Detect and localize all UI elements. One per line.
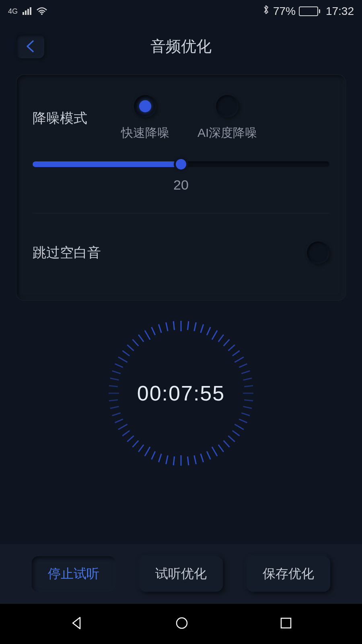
dial-tick — [193, 322, 197, 331]
nav-back-icon[interactable] — [70, 616, 84, 632]
dial-tick — [122, 430, 130, 436]
dial-tick — [127, 344, 134, 351]
noise-slider-section: 20 — [33, 161, 329, 193]
skip-silence-row: 跳过空白音 — [33, 213, 329, 276]
timer-section: 00:07:55 — [0, 321, 362, 466]
dial-tick — [138, 444, 144, 452]
radio-circle-fast — [134, 95, 156, 118]
dial-tick — [127, 436, 134, 442]
dial-tick — [151, 451, 156, 460]
nav-recent-icon[interactable] — [280, 617, 292, 631]
slider-fill — [33, 161, 181, 167]
settings-panel: 降噪模式 快速降噪 AI深度降噪 20 — [16, 74, 346, 301]
dial-tick — [243, 393, 253, 394]
preview-optimize-button[interactable]: 试听优化 — [139, 556, 223, 592]
status-right: 77% 17:32 — [263, 4, 354, 18]
noise-reduction-section: 降噪模式 快速降噪 AI深度降噪 20 — [33, 95, 329, 213]
dial-tick — [200, 324, 204, 333]
slider-thumb[interactable] — [176, 159, 186, 169]
dial-tick — [228, 344, 235, 351]
radio-circle-ai — [216, 95, 239, 118]
bottom-toolbar: 停止试听 试听优化 保存优化 — [0, 544, 362, 604]
wifi-icon — [36, 7, 47, 16]
header: 音频优化 — [0, 22, 362, 74]
bluetooth-icon — [263, 4, 270, 18]
save-optimize-button[interactable]: 保存优化 — [247, 556, 330, 592]
dial-tick — [206, 451, 211, 460]
dial-tick — [132, 339, 139, 346]
dial-tick — [181, 321, 182, 331]
dial-tick — [109, 385, 118, 387]
noise-slider[interactable] — [33, 161, 329, 167]
dial-tick — [232, 430, 240, 436]
dial-tick — [243, 406, 252, 409]
radio-option-ai[interactable]: AI深度降噪 — [197, 95, 257, 141]
dial-tick — [151, 327, 156, 335]
nav-home-icon[interactable] — [175, 616, 189, 632]
dial-tick — [228, 436, 235, 442]
dial-tick — [110, 406, 119, 409]
dial-tick — [181, 455, 182, 466]
radio-label-fast: 快速降噪 — [121, 125, 169, 141]
status-left: 4G — [8, 7, 47, 16]
radio-option-fast[interactable]: 快速降噪 — [121, 95, 169, 141]
dial-tick — [218, 334, 224, 342]
dial-tick — [158, 324, 162, 333]
dial-tick — [110, 378, 119, 381]
timer-dial: 00:07:55 — [109, 321, 253, 466]
dial-tick — [223, 339, 230, 346]
network-indicator: 4G — [8, 8, 18, 15]
slider-value: 20 — [33, 177, 329, 193]
page-title: 音频优化 — [16, 36, 346, 57]
timer-value: 00:07:55 — [137, 381, 225, 405]
dial-tick — [115, 363, 123, 368]
dial-tick — [187, 456, 189, 465]
dial-tick — [223, 440, 230, 447]
dial-tick — [144, 330, 151, 340]
dial-tick — [234, 424, 244, 430]
dial-tick — [241, 370, 250, 374]
signal-bars-icon — [23, 7, 31, 15]
dial-tick — [132, 440, 139, 447]
dial-tick — [109, 399, 118, 401]
dial-tick — [244, 385, 253, 387]
dial-tick — [241, 412, 250, 416]
dial-tick — [244, 399, 253, 401]
dial-tick — [218, 444, 224, 452]
skip-silence-toggle[interactable] — [307, 242, 329, 264]
battery-icon — [299, 6, 320, 16]
dial-tick — [232, 350, 240, 356]
dial-tick — [112, 370, 121, 374]
status-bar: 4G 77% 17:32 — [0, 0, 362, 22]
clock-time: 17:32 — [326, 5, 354, 18]
dial-tick — [165, 455, 169, 464]
dial-tick — [158, 454, 162, 462]
dial-tick — [173, 456, 175, 465]
noise-mode-label: 降噪模式 — [33, 109, 105, 128]
dial-tick — [193, 455, 197, 464]
dial-tick — [173, 321, 175, 330]
stop-preview-button[interactable]: 停止试听 — [32, 556, 115, 592]
noise-mode-radio-group: 快速降噪 AI深度降噪 — [121, 95, 329, 141]
dial-tick — [234, 357, 244, 363]
dial-tick — [243, 378, 252, 381]
dial-tick — [212, 330, 218, 340]
skip-silence-label: 跳过空白音 — [33, 244, 101, 262]
dial-tick — [118, 424, 128, 430]
dial-tick — [165, 322, 169, 331]
dial-tick — [212, 447, 218, 456]
noise-mode-row: 降噪模式 快速降噪 AI深度降噪 — [33, 95, 329, 141]
dial-tick — [112, 412, 121, 416]
dial-tick — [239, 419, 247, 423]
radio-label-ai: AI深度降噪 — [197, 125, 257, 141]
dial-tick — [109, 393, 119, 394]
dial-tick — [144, 447, 151, 456]
svg-point-0 — [177, 618, 187, 628]
svg-rect-1 — [281, 618, 291, 628]
network-label: 4G — [8, 8, 18, 15]
dial-tick — [118, 357, 128, 363]
dial-tick — [187, 321, 189, 330]
battery-percentage: 77% — [273, 5, 296, 18]
dial-tick — [206, 327, 211, 335]
dial-tick — [115, 419, 123, 423]
